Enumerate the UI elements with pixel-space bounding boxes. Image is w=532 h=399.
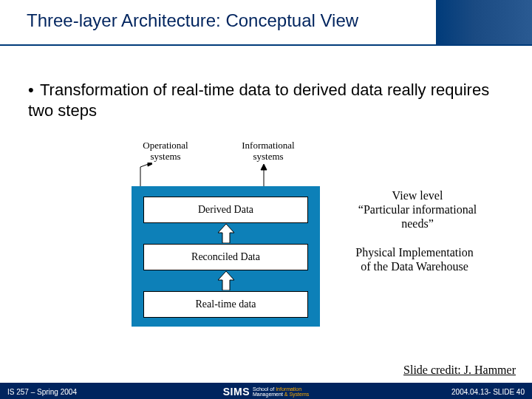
box-realtime-data: Real-time data	[143, 291, 308, 318]
label-informational-l1: Informational	[242, 140, 294, 151]
logo-subtext: School of Information Management & Syste…	[253, 386, 309, 397]
logo-sub1a: School of	[253, 386, 276, 392]
up-arrow-icon	[218, 224, 234, 243]
logo-sub1b: Information	[276, 386, 301, 392]
header-band: Three-layer Architecture: Conceptual Vie…	[0, 0, 532, 44]
label-operational-l1: Operational	[143, 140, 188, 151]
annotation-phys-l2: of the Data Warehouse	[361, 260, 468, 273]
svg-marker-2	[261, 164, 267, 170]
slide-credit: Slide credit: J. Hammer	[403, 364, 516, 377]
footer-course: IS 257 – Spring 2004	[7, 388, 77, 396]
system-labels: Operational systems Informational system…	[103, 140, 325, 170]
box-reconciled-data: Reconciled Data	[143, 244, 308, 270]
header-rule	[0, 44, 532, 46]
svg-marker-3	[218, 224, 234, 243]
bullet-content: Transformation of real-time data to deri…	[28, 81, 489, 120]
annotation-physical-implementation: Physical Implementation of the Data Ware…	[337, 245, 492, 273]
label-operational-systems: Operational systems	[136, 140, 195, 163]
layer-stack: Derived Data Reconciled Data Real-time d…	[132, 186, 320, 327]
annotation-view-l2: “Particular informational	[358, 203, 477, 216]
bullet-text: •Transformation of real-time data to der…	[28, 80, 502, 120]
bullet-marker: •	[28, 80, 40, 100]
label-informational-systems: Informational systems	[235, 140, 301, 163]
arrow-informational-to-derived	[259, 164, 269, 186]
footer-date-slide: 2004.04.13- SLIDE 40	[451, 388, 525, 396]
slide-title: Three-layer Architecture: Conceptual Vie…	[27, 10, 358, 31]
annotation-view-l3: needs”	[401, 217, 434, 230]
svg-marker-4	[218, 271, 234, 290]
footer-logo: SIMS School of Information Management & …	[223, 386, 310, 398]
up-arrow-icon	[218, 271, 234, 290]
logo-sub2a: Management	[253, 392, 284, 397]
header-photo-block	[436, 0, 532, 44]
box-derived-data: Derived Data	[143, 197, 308, 223]
annotation-view-l1: View level	[392, 189, 443, 202]
logo-sub2b: & Systems	[284, 392, 309, 397]
logo-sims-text: SIMS	[223, 386, 250, 398]
footer-band: IS 257 – Spring 2004 SIMS School of Info…	[0, 383, 532, 399]
annotation-view-level: View level “Particular informational nee…	[347, 188, 488, 231]
label-operational-l2: systems	[150, 151, 180, 162]
annotation-phys-l1: Physical Implementation	[355, 246, 474, 259]
label-informational-l2: systems	[253, 151, 283, 162]
